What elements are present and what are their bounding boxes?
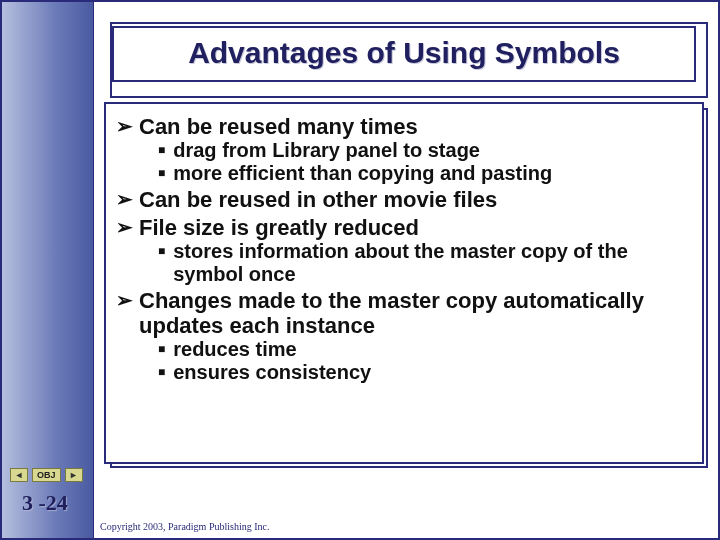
slide-container: ◄ OBJ ► 3 -24 Advantages of Using Symbol… [0, 0, 720, 540]
title-box: Advantages of Using Symbols [104, 16, 704, 94]
main-area: Advantages of Using Symbols ➢ Can be reu… [94, 2, 718, 538]
copyright-text: Copyright 2003, Paradigm Publishing Inc. [100, 521, 269, 532]
slide-number: 3 -24 [22, 490, 68, 516]
square-bullet-icon: ■ [158, 139, 165, 162]
bullet-lvl1: ➢ Can be reused in other movie files [116, 187, 690, 212]
bullet-lvl1: ➢ File size is greatly reduced [116, 215, 690, 240]
bullet-lvl1: ➢ Changes made to the master copy automa… [116, 288, 690, 339]
arrow-bullet-icon: ➢ [116, 187, 133, 212]
bullet-text: more efficient than copying and pasting [173, 162, 552, 185]
bullet-text: ensures consistency [173, 361, 371, 384]
bullet-text: File size is greatly reduced [139, 215, 419, 240]
nav-controls: ◄ OBJ ► [10, 468, 83, 482]
next-button[interactable]: ► [65, 468, 83, 482]
prev-button[interactable]: ◄ [10, 468, 28, 482]
square-bullet-icon: ■ [158, 338, 165, 361]
arrow-bullet-icon: ➢ [116, 288, 133, 313]
bullet-lvl2: ■ stores information about the master co… [158, 240, 690, 286]
sidebar: ◄ OBJ ► 3 -24 [2, 2, 94, 538]
bullet-lvl2: ■ ensures consistency [158, 361, 690, 384]
square-bullet-icon: ■ [158, 361, 165, 384]
title-inner: Advantages of Using Symbols [112, 26, 696, 82]
slide-title: Advantages of Using Symbols [120, 36, 688, 70]
arrow-bullet-icon: ➢ [116, 215, 133, 240]
arrow-bullet-icon: ➢ [116, 114, 133, 139]
obj-button[interactable]: OBJ [32, 468, 61, 482]
square-bullet-icon: ■ [158, 162, 165, 185]
bullet-text: Can be reused many times [139, 114, 418, 139]
body-box: ➢ Can be reused many times ■ drag from L… [104, 102, 704, 464]
bullet-text: Can be reused in other movie files [139, 187, 497, 212]
body-inner: ➢ Can be reused many times ■ drag from L… [104, 102, 704, 464]
bullet-text: reduces time [173, 338, 296, 361]
bullet-lvl2: ■ more efficient than copying and pastin… [158, 162, 690, 185]
bullet-text: Changes made to the master copy automati… [139, 288, 690, 339]
bullet-lvl1: ➢ Can be reused many times [116, 114, 690, 139]
bullet-text: stores information about the master copy… [173, 240, 690, 286]
bullet-lvl2: ■ drag from Library panel to stage [158, 139, 690, 162]
bullet-text: drag from Library panel to stage [173, 139, 480, 162]
square-bullet-icon: ■ [158, 240, 165, 263]
bullet-lvl2: ■ reduces time [158, 338, 690, 361]
